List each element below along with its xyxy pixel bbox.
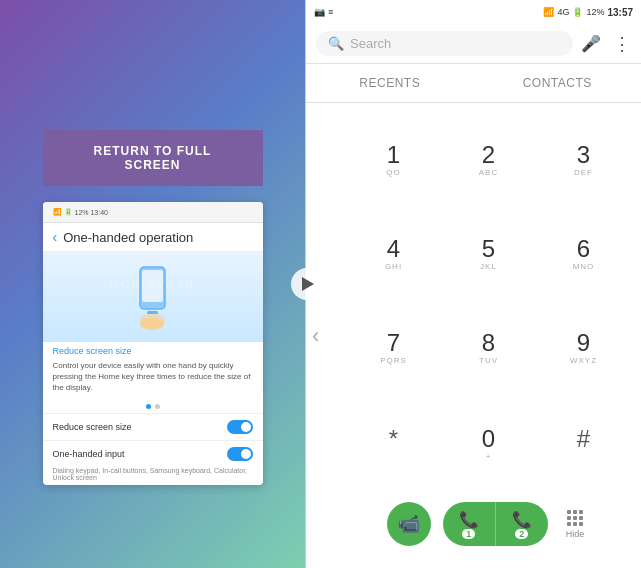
mic-icon[interactable]: 🎤: [581, 34, 601, 53]
right-panel: 📷 ≡ 📶 4G 🔋 12% 13:57 🔍 Search 🎤 ⋮ RECENT…: [306, 0, 641, 568]
dial-key-1[interactable]: 1 QO: [346, 113, 441, 207]
video-icon: 📹: [398, 513, 420, 535]
phone-icon-1: 📞: [459, 510, 479, 529]
status-bar: 📷 ≡ 📶 4G 🔋 12% 13:57: [306, 0, 641, 24]
phone-icon-2: 📞: [512, 510, 532, 529]
card-title: One-handed operation: [63, 230, 193, 245]
keypad-hide-button[interactable]: Hide: [560, 510, 591, 539]
phone-illustration: [130, 262, 175, 332]
main-content: ‹ 1 QO 2 ABC 3 DEF 4: [306, 103, 641, 568]
call-sim1-button[interactable]: 📞 1: [443, 502, 496, 546]
card-image-area: [43, 252, 263, 342]
tab-recents[interactable]: RECENTS: [306, 64, 474, 102]
card-description: Control your device easily with one hand…: [43, 358, 263, 400]
dot-2: [155, 404, 160, 409]
dial-key-5[interactable]: 5 JKL: [441, 207, 536, 301]
reduce-link[interactable]: Reduce screen size: [43, 342, 263, 358]
bottom-action-bar: 📹 📞 1 📞 2: [346, 494, 631, 558]
search-icon: 🔍: [328, 36, 344, 51]
back-chevron-icon[interactable]: ‹: [306, 313, 325, 359]
dial-key-9[interactable]: 9 WXYZ: [536, 302, 631, 396]
dialpad-container: 1 QO 2 ABC 3 DEF 4 GHI 5 JKL: [336, 103, 641, 568]
card-status-text: 12% 13:40: [75, 209, 108, 216]
dial-key-6[interactable]: 6 MNO: [536, 207, 631, 301]
phone-card: 📶🔋 12% 13:40 ‹ One-handed operation Redu…: [43, 202, 263, 485]
battery-icon: 🔋: [572, 7, 583, 17]
toggle-reduce[interactable]: [227, 420, 253, 434]
network-icon: 📶: [543, 7, 554, 17]
setting1-label: Reduce screen size: [53, 422, 132, 432]
svg-rect-4: [140, 314, 165, 328]
dial-key-3[interactable]: 3 DEF: [536, 113, 631, 207]
time: 13:57: [607, 7, 633, 18]
dial-key-2[interactable]: 2 ABC: [441, 113, 536, 207]
signal-4g: 4G: [557, 7, 569, 17]
search-bar: 🔍 Search 🎤 ⋮: [306, 24, 641, 64]
hide-label: Hide: [566, 529, 585, 539]
menu-icon: ≡: [328, 7, 333, 17]
dial-key-8[interactable]: 8 TUV: [441, 302, 536, 396]
dial-key-hash[interactable]: #: [536, 396, 631, 494]
dial-key-4[interactable]: 4 GHI: [346, 207, 441, 301]
card-setting-1: Reduce screen size: [43, 413, 263, 440]
more-options-icon[interactable]: ⋮: [613, 33, 631, 55]
tab-contacts[interactable]: CONTACTS: [474, 64, 642, 102]
card-dots: [43, 400, 263, 413]
svg-rect-1: [142, 270, 163, 302]
keypad-icon: [567, 510, 583, 526]
toggle-one-handed[interactable]: [227, 447, 253, 461]
dialpad-grid: 1 QO 2 ABC 3 DEF 4 GHI 5 JKL: [346, 113, 631, 494]
search-input-wrapper[interactable]: 🔍 Search: [316, 31, 573, 56]
status-icons: 📷 ≡: [314, 7, 333, 17]
svg-rect-2: [147, 311, 158, 314]
dial-key-star[interactable]: *: [346, 396, 441, 494]
video-call-button[interactable]: 📹: [387, 502, 431, 546]
battery-percent: 12%: [586, 7, 604, 17]
card-setting-2: One-handed input: [43, 440, 263, 467]
back-arrow-icon: ‹: [53, 229, 58, 245]
card-status-bar: 📶🔋 12% 13:40: [43, 202, 263, 223]
return-fullscreen-button[interactable]: RETURN TO FULL SCREEN: [43, 130, 263, 186]
dot-1: [146, 404, 151, 409]
sim2-badge: 2: [515, 529, 528, 539]
card-status-icons: 📶🔋 12% 13:40: [53, 208, 108, 216]
left-panel: RETURN TO FULL SCREEN 📶🔋 12% 13:40 ‹ One…: [0, 0, 305, 568]
sim1-badge: 1: [462, 529, 475, 539]
setting2-sub: Dialing keypad, In-call buttons, Samsung…: [43, 467, 263, 485]
dial-key-0[interactable]: 0 +: [441, 396, 536, 494]
call-group: 📞 1 📞 2: [443, 502, 548, 546]
sim-icon: 📷: [314, 7, 325, 17]
search-placeholder: Search: [350, 36, 391, 51]
tabs-bar: RECENTS CONTACTS: [306, 64, 641, 103]
card-nav: ‹ One-handed operation: [43, 223, 263, 252]
call-sim2-button[interactable]: 📞 2: [496, 502, 548, 546]
dial-key-7[interactable]: 7 PQRS: [346, 302, 441, 396]
setting2-label: One-handed input: [53, 449, 125, 459]
